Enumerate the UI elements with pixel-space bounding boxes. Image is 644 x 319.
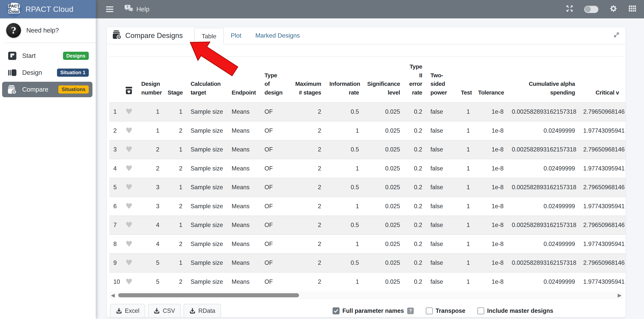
toggle-knob[interactable]: [585, 6, 591, 12]
cell-stage: 2: [164, 121, 187, 140]
cell-significance-level: 0.025: [363, 140, 404, 159]
cell-stage: 1: [164, 254, 187, 272]
cell-stage: 2: [164, 272, 187, 291]
heart-icon[interactable]: ♥: [126, 145, 132, 154]
checkbox-label: Include master designs: [487, 307, 553, 314]
heart-icon[interactable]: ♥: [126, 107, 132, 116]
sun-brightness-icon[interactable]: [610, 5, 617, 14]
column-header-cumulative-alpha-spending: Cumulative alphaspending: [508, 56, 579, 102]
cell-critical-values: 2.79650968146: [579, 216, 626, 235]
sidebar-menu: Start Designs Design Situation 1 Compare…: [0, 43, 96, 97]
cell-marked[interactable]: ♥: [121, 121, 137, 140]
csv-download-button[interactable]: CSV: [148, 304, 181, 318]
table-options: Full parameter names ? Transpose Include…: [332, 307, 553, 314]
cell-row-index: 2: [109, 121, 121, 140]
cell-type-ii-error-rate: 0.2: [404, 121, 426, 140]
heart-icon[interactable]: ♥: [126, 202, 132, 211]
download-icon: [154, 308, 160, 314]
table-row: 1 ♥ 11Sample sizeMeansOF20.50.0250.2fals…: [109, 102, 626, 121]
sidebar-item-start[interactable]: Start Designs: [2, 48, 92, 64]
dark-mode-toggle[interactable]: [584, 5, 598, 13]
help-button[interactable]: ? Help: [124, 5, 150, 14]
cell-marked[interactable]: ♥: [121, 197, 137, 216]
cell-test: 1: [457, 235, 474, 253]
checkbox-full-parameter-names[interactable]: Full parameter names ?: [332, 307, 414, 314]
column-header-row-index: [109, 56, 121, 102]
cell-marked[interactable]: ♥: [121, 159, 137, 178]
cell-type-of-design: OF: [260, 121, 291, 140]
horizontal-scrollbar[interactable]: ◀ ▶: [109, 292, 623, 299]
cell-test: 1: [457, 216, 474, 235]
heart-icon[interactable]: ♥: [126, 277, 132, 286]
cell-maximum-stages: 2: [291, 235, 326, 253]
cell-marked[interactable]: ♥: [121, 216, 137, 235]
need-help-link[interactable]: ? Need help?: [0, 18, 96, 42]
sidebar-item-design[interactable]: Design Situation 1: [2, 65, 92, 81]
heart-icon[interactable]: ♥: [126, 220, 132, 229]
cell-tolerance: 1e-8: [474, 254, 508, 272]
tab-marked-designs[interactable]: Marked Designs: [248, 27, 307, 44]
expand-arrows-icon[interactable]: [566, 5, 573, 13]
cell-type-of-design: OF: [260, 254, 291, 272]
cell-maximum-stages: 2: [291, 216, 326, 235]
cell-design-number: 2: [137, 159, 164, 178]
cell-marked[interactable]: ♥: [121, 178, 137, 197]
rdata-download-button[interactable]: RData: [184, 304, 221, 318]
cell-two-sided-power: false: [426, 178, 457, 197]
cell-stage: 1: [164, 140, 187, 159]
column-header-information-rate: Informationrate: [326, 56, 363, 102]
scrollbar-thumb[interactable]: [118, 293, 299, 297]
cell-type-ii-error-rate: 0.2: [404, 178, 426, 197]
cell-marked[interactable]: ♥: [121, 272, 137, 291]
tab-plot[interactable]: Plot: [224, 27, 248, 44]
checkbox-include-master-designs[interactable]: Include master designs: [477, 307, 553, 314]
cell-marked[interactable]: ♥: [121, 254, 137, 272]
cell-stage: 2: [164, 235, 187, 253]
checkbox-transpose[interactable]: Transpose: [426, 307, 466, 314]
heart-icon[interactable]: ♥: [126, 126, 132, 135]
heart-icon[interactable]: ♥: [126, 164, 132, 173]
cell-stage: 1: [164, 102, 187, 121]
cell-tolerance: 1e-8: [474, 159, 508, 178]
checkbox-box[interactable]: [332, 307, 340, 314]
help-badge-icon[interactable]: ?: [407, 308, 414, 314]
cell-marked[interactable]: ♥: [121, 102, 137, 121]
cell-information-rate: 1: [326, 159, 363, 178]
cell-significance-level: 0.025: [363, 235, 404, 253]
cell-stage: 1: [164, 216, 187, 235]
checkbox-box[interactable]: [426, 307, 433, 314]
card-expand-icon[interactable]: [613, 31, 620, 40]
grid-table-icon[interactable]: [628, 5, 636, 13]
cell-maximum-stages: 2: [291, 121, 326, 140]
checkbox-box[interactable]: [477, 307, 484, 314]
cell-test: 1: [457, 102, 474, 121]
cell-information-rate: 0.5: [326, 178, 363, 197]
design-icon: [8, 68, 17, 77]
cell-test: 1: [457, 140, 474, 159]
topbar-actions: [566, 5, 644, 14]
status-badge-situations: Situations: [58, 85, 89, 93]
heart-icon[interactable]: ♥: [126, 183, 132, 192]
heart-icon[interactable]: ♥: [126, 258, 132, 267]
table-footer: Excel CSV RData Full parameter names ?: [107, 303, 626, 318]
cell-marked[interactable]: ♥: [121, 235, 137, 253]
column-header-type-ii-error-rate: TypeIIerrorrate: [404, 56, 426, 102]
cell-stage: 2: [164, 159, 187, 178]
heart-icon[interactable]: ♥: [126, 239, 132, 248]
excel-download-button[interactable]: Excel: [110, 304, 145, 318]
cell-marked[interactable]: ♥: [121, 140, 137, 159]
hamburger-menu-button[interactable]: [106, 5, 113, 13]
tab-table[interactable]: Table: [194, 28, 224, 44]
cell-design-number: 2: [137, 140, 164, 159]
sidebar-item-compare[interactable]: Compare Situations: [2, 82, 92, 97]
cell-calculation-target: Sample size: [186, 254, 228, 272]
scroll-right-icon[interactable]: ▶: [618, 292, 622, 299]
cell-cumulative-alpha-spending: 0.002582893162157318: [508, 254, 579, 272]
card-title: Compare Designs: [112, 27, 183, 44]
cell-type-of-design: OF: [260, 159, 291, 178]
scroll-left-icon[interactable]: ◀: [111, 292, 115, 299]
cell-calculation-target: Sample size: [186, 159, 228, 178]
brand-header[interactable]: R PACT Cloud RPACT Cloud: [0, 0, 96, 18]
logo-text-bottom: Cloud: [8, 9, 20, 13]
cell-tolerance: 1e-8: [474, 235, 508, 253]
